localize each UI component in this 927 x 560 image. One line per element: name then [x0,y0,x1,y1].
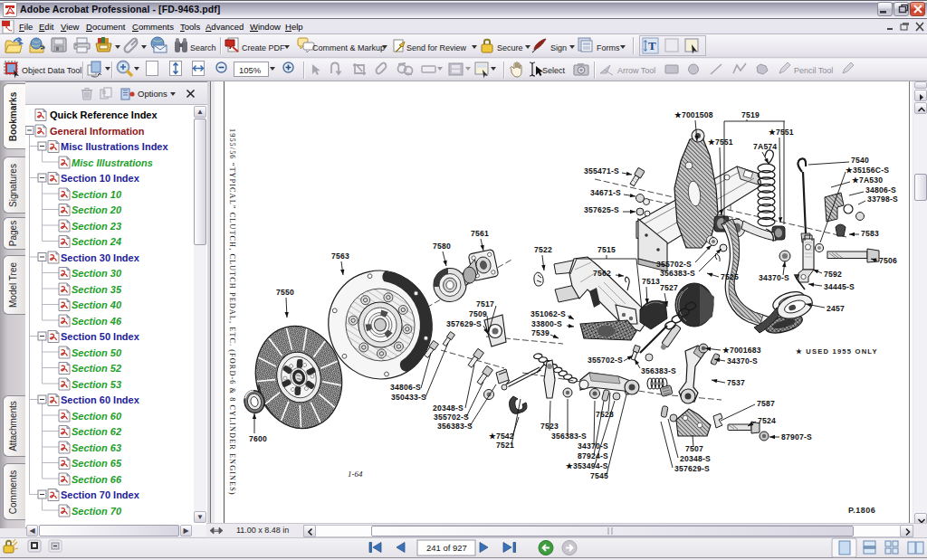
svg-text:355702-S: 355702-S [656,260,692,269]
svg-text:P.1806: P.1806 [848,506,875,515]
svg-text:★7001508: ★7001508 [674,110,713,119]
svg-text:355702-S: 355702-S [434,413,469,422]
svg-text:T: T [648,39,656,52]
svg-text:7550: 7550 [276,288,294,297]
svg-text:7517: 7517 [476,299,494,308]
svg-text:★7542: ★7542 [489,432,514,441]
svg-text:★7001683: ★7001683 [722,346,761,355]
svg-text:356383-S: 356383-S [641,366,676,375]
svg-text:7583: 7583 [861,229,879,238]
svg-text:★35156C-S: ★35156C-S [846,166,889,175]
svg-text:350433-S: 350433-S [391,393,426,402]
svg-text:2457: 2457 [827,304,845,313]
svg-text:355471-S: 355471-S [584,166,619,176]
svg-text:356383-S: 356383-S [551,432,587,441]
svg-text:7513: 7513 [642,277,660,286]
svg-text:7527: 7527 [660,283,678,292]
svg-text:7528: 7528 [596,410,614,419]
svg-text:7592: 7592 [824,270,842,279]
svg-text:7580: 7580 [433,242,451,251]
svg-text:7600: 7600 [249,434,267,443]
svg-text:7509: 7509 [469,309,487,318]
svg-text:34671-S: 34671-S [590,188,621,197]
svg-text:34806-S: 34806-S [865,185,896,195]
svg-text:34370-S: 34370-S [727,356,758,365]
svg-text:356383-S: 356383-S [437,422,473,431]
svg-text:34445-S: 34445-S [824,282,855,291]
svg-text:7563: 7563 [331,252,349,261]
svg-text:7521: 7521 [496,441,514,450]
svg-text:7539: 7539 [531,328,550,337]
svg-text:1-64: 1-64 [348,470,363,479]
svg-text:34370-S: 34370-S [759,273,789,282]
svg-text:20348-S: 20348-S [680,454,711,463]
svg-text:7A574: 7A574 [753,142,777,151]
svg-text:★ USED 1955 ONLY: ★ USED 1955 ONLY [796,347,878,356]
svg-text:7525: 7525 [721,272,739,281]
svg-text:357629-S: 357629-S [446,319,482,328]
svg-text:87907-S: 87907-S [781,432,812,441]
svg-text:33798-S: 33798-S [867,195,898,204]
svg-text:1955/56 “TYPICAL” CLUTCH, CLUT: 1955/56 “TYPICAL” CLUTCH, CLUTCH PEDAL, … [228,128,236,496]
svg-text:7524: 7524 [758,416,776,425]
svg-text:★7551: ★7551 [708,138,733,147]
svg-text:357625-S: 357625-S [584,205,619,214]
svg-text:33800-S: 33800-S [531,319,562,328]
svg-text:241 of 927: 241 of 927 [426,543,467,553]
svg-text:355702-S: 355702-S [588,356,623,365]
svg-text:7545: 7545 [590,471,608,480]
svg-text:351062-S: 351062-S [530,309,566,318]
svg-text:7561: 7561 [471,229,489,238]
svg-text:87924-S: 87924-S [578,451,608,460]
svg-text:34806-S: 34806-S [390,383,421,392]
svg-text:7522: 7522 [534,245,552,254]
svg-text:356383-S: 356383-S [660,269,695,278]
svg-text:20348-S: 20348-S [433,403,464,413]
svg-text:7506: 7506 [879,256,897,265]
svg-text:7562: 7562 [593,269,611,278]
svg-text:7540: 7540 [851,156,869,165]
svg-text:357629-S: 357629-S [674,464,710,473]
svg-text:7537: 7537 [727,378,745,387]
svg-text:★7551: ★7551 [769,128,794,137]
svg-text:7515: 7515 [597,245,616,254]
svg-text:34370-S: 34370-S [578,441,608,451]
svg-text:★7A530: ★7A530 [852,176,883,185]
svg-text:7519: 7519 [741,110,760,119]
svg-text:7587: 7587 [757,399,775,408]
svg-text:7507: 7507 [685,444,703,453]
svg-text:★353494-S: ★353494-S [566,461,608,470]
